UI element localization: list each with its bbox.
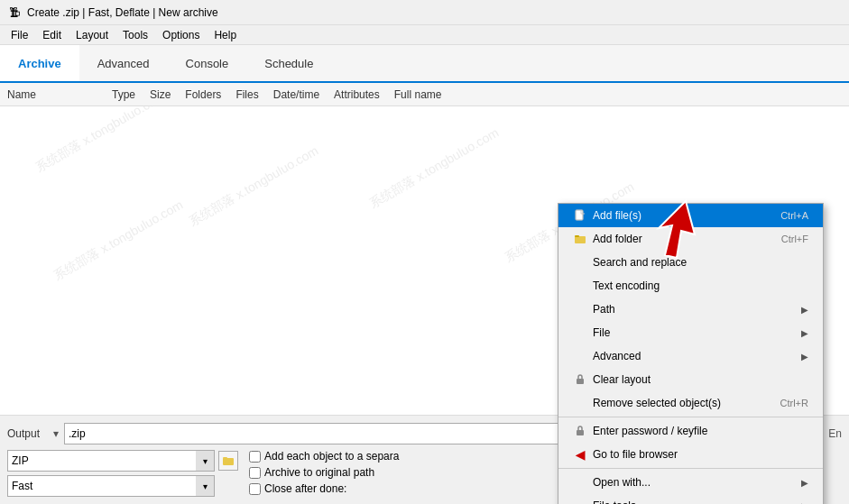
ctx-add-files-label: Add file(s) xyxy=(593,209,641,222)
menu-tools[interactable]: Tools xyxy=(115,27,155,43)
ctx-remove-selected-label: Remove selected object(s) xyxy=(593,397,721,409)
menu-layout[interactable]: Layout xyxy=(69,27,115,43)
ctx-file-tools-label: File tools xyxy=(593,499,636,504)
format-icon-btn[interactable] xyxy=(218,451,238,471)
document-icon xyxy=(574,209,586,222)
ctx-clear-layout[interactable]: Clear layout xyxy=(558,368,823,391)
format-dropdown-arrow[interactable]: ▾ xyxy=(196,451,214,471)
ctx-file-left: File xyxy=(573,325,610,340)
ctx-go-to-browser-left: ◀ Go to file browser xyxy=(573,447,678,462)
ctx-file-icon xyxy=(573,325,587,340)
col-attributes: Attributes xyxy=(334,88,380,101)
ctx-add-folder[interactable]: Add folder Ctrl+F xyxy=(558,227,823,251)
svg-rect-1 xyxy=(223,457,227,459)
enc-label: En xyxy=(828,427,842,440)
ctx-advanced-label: Advanced xyxy=(593,350,641,362)
output-type-dropdown[interactable]: ▾ xyxy=(53,427,59,440)
context-menu: Add file(s) Ctrl+A Add folder Ctrl+F xyxy=(558,203,824,504)
format-select[interactable]: ZIP ▾ xyxy=(7,450,215,472)
ctx-remove-selected-right: Ctrl+R xyxy=(780,398,808,408)
tab-schedule[interactable]: Schedule xyxy=(246,45,331,81)
svg-rect-6 xyxy=(577,379,584,384)
ctx-remove-selected-left: Remove selected object(s) xyxy=(573,396,721,410)
ctx-add-folder-shortcut: Ctrl+F xyxy=(781,234,808,244)
ctx-enter-password-left: Enter password / keyfile xyxy=(573,424,707,438)
menu-options[interactable]: Options xyxy=(155,27,207,43)
col-type: Type xyxy=(112,88,135,101)
ctx-advanced[interactable]: Advanced ▶ xyxy=(558,344,823,368)
col-files: Files xyxy=(235,88,258,101)
menu-file[interactable]: File xyxy=(4,27,35,43)
ctx-path-left: Path xyxy=(573,302,615,316)
speed-select[interactable]: Fast ▾ xyxy=(7,475,215,497)
ctx-search-replace[interactable]: Search and replace xyxy=(558,251,823,274)
app-icon: 🗜 xyxy=(7,5,22,20)
ctx-file-tools-icon xyxy=(573,499,587,504)
ctx-go-to-browser-label: Go to file browser xyxy=(593,448,678,461)
ctx-remove-selected[interactable]: Remove selected object(s) Ctrl+R xyxy=(558,391,823,415)
speed-selected-value: Fast xyxy=(12,480,32,492)
format-selected-value: ZIP xyxy=(12,454,29,467)
ctx-path-label: Path xyxy=(593,303,615,316)
ctx-open-with-icon xyxy=(573,475,587,490)
ctx-path-icon xyxy=(573,302,587,316)
column-headers: Name Type Size Folders Files Date/time A… xyxy=(0,83,849,106)
folder-icon xyxy=(222,454,235,467)
checkbox-archive-original-label: Archive to original path xyxy=(264,466,374,479)
title-bar-text: Create .zip | Fast, Deflate | New archiv… xyxy=(27,6,218,19)
ctx-open-with-label: Open with... xyxy=(593,476,651,489)
col-name: Name xyxy=(7,88,97,101)
ctx-file[interactable]: File ▶ xyxy=(558,321,823,344)
ctx-search-replace-icon xyxy=(573,255,587,270)
ctx-file-tools-left: File tools xyxy=(573,499,636,504)
col-fullname: Full name xyxy=(394,88,442,101)
tab-console[interactable]: Console xyxy=(168,45,247,81)
ctx-add-files[interactable]: Add file(s) Ctrl+A xyxy=(558,204,823,227)
watermark-4: 系统部落 x.tongbuluo.com xyxy=(366,125,502,213)
watermark-2: 系统部落 x.tongbuluo.com xyxy=(186,143,321,231)
ctx-add-files-left: Add file(s) xyxy=(573,208,641,223)
ctx-path[interactable]: Path ▶ xyxy=(558,298,823,321)
checkbox-archive-original-input[interactable] xyxy=(249,467,261,479)
output-label: Output xyxy=(7,427,48,440)
ctx-text-encoding[interactable]: Text encoding xyxy=(558,274,823,298)
app-window: 🗜 Create .zip | Fast, Deflate | New arch… xyxy=(0,0,849,504)
ctx-add-folder-label: Add folder xyxy=(593,233,642,245)
speed-dropdown-arrow[interactable]: ▾ xyxy=(196,476,214,496)
ctx-add-folder-right: Ctrl+F xyxy=(781,234,808,244)
ctx-remove-selected-icon xyxy=(573,396,587,410)
ctx-file-tools[interactable]: File tools ▶ xyxy=(558,494,823,504)
ctx-separator-1 xyxy=(558,417,823,417)
ctx-file-arrow: ▶ xyxy=(801,328,808,338)
ctx-open-with-arrow: ▶ xyxy=(801,478,808,488)
tab-advanced[interactable]: Advanced xyxy=(79,45,168,81)
ctx-search-replace-label: Search and replace xyxy=(593,256,687,269)
ctx-add-files-right: Ctrl+A xyxy=(780,210,808,221)
svg-rect-7 xyxy=(577,430,584,435)
format-col: ZIP ▾ Fast xyxy=(7,450,238,497)
ctx-add-folder-left: Add folder xyxy=(573,232,642,246)
title-bar: 🗜 Create .zip | Fast, Deflate | New arch… xyxy=(0,0,849,25)
ctx-advanced-icon xyxy=(573,349,587,363)
checkbox-close-after-input[interactable] xyxy=(249,483,261,495)
ctx-enter-password-label: Enter password / keyfile xyxy=(593,425,707,437)
ctx-clear-layout-left: Clear layout xyxy=(573,372,651,387)
ctx-enter-password[interactable]: Enter password / keyfile xyxy=(558,419,823,443)
menu-help[interactable]: Help xyxy=(207,27,244,43)
col-folders: Folders xyxy=(185,88,221,101)
checkbox-add-each-input[interactable] xyxy=(249,451,261,463)
menu-edit[interactable]: Edit xyxy=(35,27,69,43)
checkbox-add-each: Add each object to a separa xyxy=(249,450,399,463)
ctx-open-with[interactable]: Open with... ▶ xyxy=(558,471,823,494)
ctx-go-to-browser-icon: ◀ xyxy=(573,447,587,462)
toolbar-tabs: Archive Advanced Console Schedule xyxy=(0,45,849,83)
ctx-go-to-file-browser[interactable]: ◀ Go to file browser xyxy=(558,443,823,466)
checkbox-add-each-label: Add each object to a separa xyxy=(264,450,399,463)
checkbox-close-after: Close after done: xyxy=(249,482,399,495)
ctx-add-files-shortcut: Ctrl+A xyxy=(780,210,808,221)
tab-archive[interactable]: Archive xyxy=(0,45,79,83)
ctx-clear-layout-label: Clear layout xyxy=(593,373,651,386)
lock-icon xyxy=(575,374,586,385)
watermark-1: 系统部落 x.tongbuluo.com xyxy=(32,106,168,176)
ctx-advanced-left: Advanced xyxy=(573,349,641,363)
